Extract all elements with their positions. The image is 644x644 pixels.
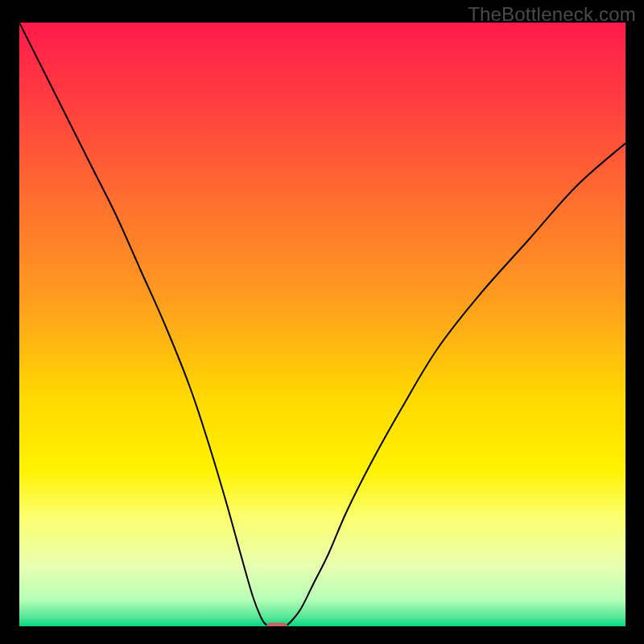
watermark-text: TheBottleneck.com [468, 3, 636, 26]
bottleneck-marker [266, 623, 287, 627]
gradient-background [19, 23, 625, 626]
bottleneck-chart [19, 23, 625, 626]
plot-area [19, 23, 625, 626]
chart-frame: TheBottleneck.com [0, 0, 644, 644]
